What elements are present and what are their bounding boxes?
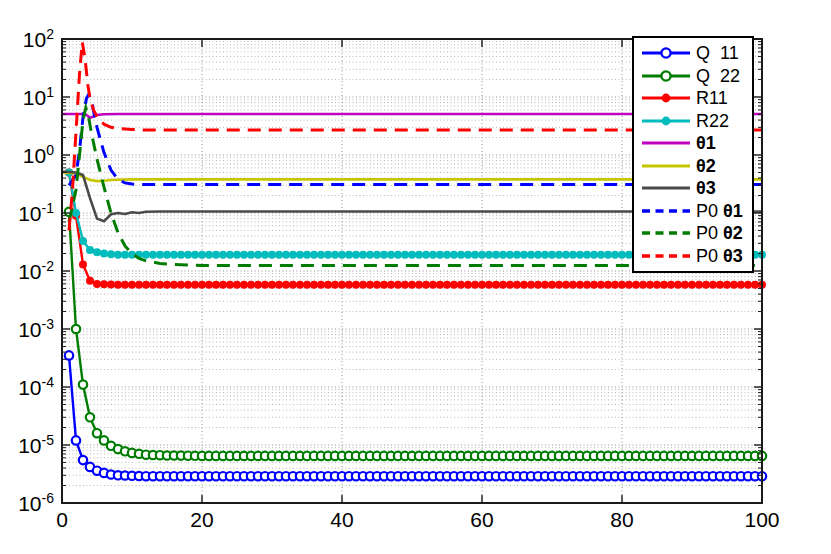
x-tick-label: 100: [744, 509, 779, 530]
legend-label: Q 11: [696, 43, 739, 63]
legend-line-sample: [640, 246, 692, 266]
legend-label: R22: [696, 111, 729, 131]
legend-line-sample: [640, 66, 692, 86]
legend-item-theta2: θ2: [640, 155, 752, 177]
legend-item-p0-theta2: P0 θ2: [640, 222, 752, 244]
legend-label: Q 22: [696, 66, 740, 86]
y-tick-label: 101: [0, 87, 54, 108]
y-tick-label: 100: [0, 145, 54, 166]
figure: 10210110010-110-210-310-410-510-6 020406…: [0, 0, 831, 554]
x-tick-label: 80: [610, 509, 633, 530]
legend-line-sample: [640, 178, 692, 198]
legend-item-q22: Q 22: [640, 65, 752, 87]
x-tick-label: 0: [56, 509, 68, 530]
legend-item-theta3: θ3: [640, 177, 752, 199]
legend-label-bold: θ3: [696, 178, 716, 198]
legend-label-bold: θ2: [696, 156, 716, 176]
legend-label-bold: θ1: [696, 133, 716, 153]
legend-line-sample: [640, 156, 692, 176]
y-tick-label: 10-5: [0, 435, 54, 456]
legend-item-p0-theta3: P0 θ3: [640, 245, 752, 267]
legend-item-q11: Q 11: [640, 42, 752, 64]
legend-line-sample: [640, 111, 692, 131]
y-tick-label: 102: [0, 29, 54, 50]
legend-line-sample: [640, 223, 692, 243]
legend-label: P0: [696, 201, 723, 221]
x-tick-label: 20: [190, 509, 213, 530]
y-tick-label: 10-1: [0, 203, 54, 224]
y-tick-label: 10-3: [0, 319, 54, 340]
legend-item-theta1: θ1: [640, 132, 752, 154]
x-tick-label: 40: [330, 509, 353, 530]
legend-line-sample: [640, 88, 692, 108]
series-Q11: [65, 351, 766, 480]
y-tick-label: 10-4: [0, 377, 54, 398]
x-tick-label: 60: [470, 509, 493, 530]
legend-label: R11: [696, 88, 728, 108]
legend-item-r11: R11: [640, 87, 752, 109]
legend-line-sample: [640, 43, 692, 63]
legend-line-sample: [640, 133, 692, 153]
y-tick-label: 10-6: [0, 493, 54, 514]
legend-label-bold: θ1: [723, 201, 743, 221]
y-tick-label: 10-2: [0, 261, 54, 282]
legend: Q 11 Q 22 R11 R22 θ1 θ2 θ3 P0 θ1 P0 θ2 P…: [632, 36, 754, 273]
legend-item-p0-theta1: P0 θ1: [640, 200, 752, 222]
legend-label: P0: [696, 223, 723, 243]
legend-label-bold: θ2: [723, 223, 743, 243]
legend-label: P0: [696, 246, 723, 266]
legend-line-sample: [640, 201, 692, 221]
legend-label-bold: θ3: [723, 246, 743, 266]
legend-item-r22: R22: [640, 110, 752, 132]
